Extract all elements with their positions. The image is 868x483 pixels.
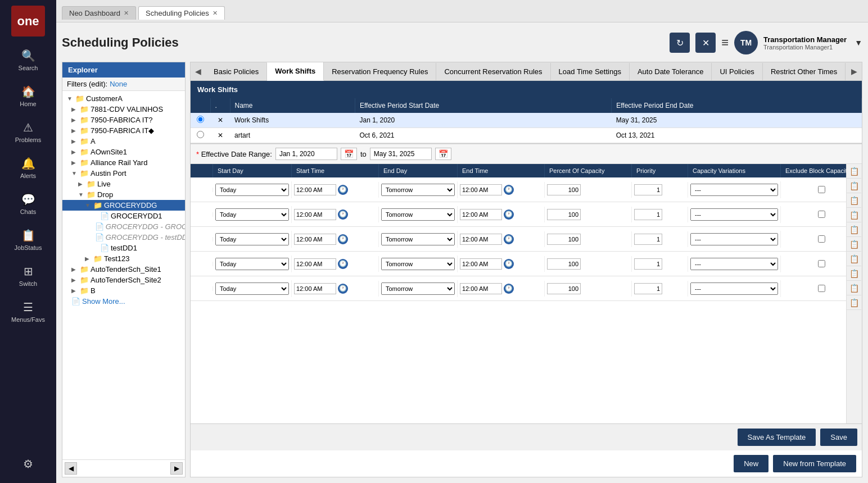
expand-icon[interactable]: ▶ <box>71 277 78 283</box>
end-time-cell[interactable]: 🕐 <box>458 207 545 222</box>
radio-cell[interactable] <box>191 128 210 143</box>
priority-input[interactable] <box>634 283 662 294</box>
pct-input[interactable] <box>547 258 581 270</box>
start-day-cell[interactable]: TodayTomorrow <box>213 231 292 248</box>
side-action-btn-7[interactable]: 📋 <box>847 252 861 266</box>
end-time-input[interactable] <box>460 184 502 195</box>
tab-ui-policies[interactable]: UI Policies <box>712 63 762 80</box>
expand-icon[interactable]: ▼ <box>78 192 85 198</box>
expand-icon[interactable]: ▶ <box>71 127 78 134</box>
expand-icon[interactable]: ▶ <box>71 266 78 272</box>
shifts-row-1[interactable]: ✕ Work Shifts Jan 1, 2020 May 31, 2025 <box>191 113 862 128</box>
start-time-cell[interactable]: 🕐 <box>292 182 379 198</box>
start-time-clock-btn[interactable]: 🕐 <box>338 284 348 294</box>
exclude-checkbox[interactable] <box>818 285 825 292</box>
priority-input[interactable] <box>634 258 662 270</box>
tab-close-scheduling[interactable]: ✕ <box>213 10 218 17</box>
side-action-btn-4[interactable]: 📋 <box>847 208 861 222</box>
side-action-btn-10[interactable]: 📋 <box>847 295 861 310</box>
pct-cell[interactable] <box>545 281 632 297</box>
tab-close-neo[interactable]: ✕ <box>124 10 129 17</box>
tree-item-customerA[interactable]: ▼ 📁 CustomerA <box>62 93 185 104</box>
priority-cell[interactable] <box>632 256 688 272</box>
end-time-clock-btn[interactable]: 🕐 <box>504 259 514 269</box>
end-day-select[interactable]: TodayTomorrow <box>381 233 455 245</box>
tree-item-test123[interactable]: ▶ 📁 Test123 <box>62 253 185 264</box>
save-button[interactable]: Save <box>820 429 857 446</box>
exclude-checkbox[interactable] <box>818 211 825 218</box>
start-time-input[interactable] <box>294 258 336 270</box>
tab-auto-date[interactable]: Auto Date Tolerance <box>630 63 712 80</box>
cap-var-cell[interactable]: --- <box>688 280 781 297</box>
expand-icon[interactable]: ▼ <box>85 202 92 208</box>
pct-input[interactable] <box>547 283 581 294</box>
end-time-clock-btn[interactable]: 🕐 <box>504 209 514 220</box>
end-time-clock-btn[interactable]: 🕐 <box>504 185 514 195</box>
cap-var-select[interactable]: --- <box>690 233 778 245</box>
pct-input[interactable] <box>547 234 581 245</box>
tab-scheduling-policies[interactable]: Scheduling Policies ✕ <box>138 6 225 20</box>
expand-icon[interactable]: ▼ <box>71 170 78 176</box>
exclude-cell[interactable] <box>781 233 846 245</box>
expand-icon[interactable]: ▶ <box>85 256 92 262</box>
start-day-cell[interactable]: TodayTomorrow <box>213 206 292 223</box>
priority-input[interactable] <box>634 184 662 195</box>
delete-cell[interactable]: ✕ <box>210 113 230 128</box>
tree-item-A[interactable]: ▶ 📁 A <box>62 136 185 147</box>
side-action-btn-3[interactable]: 📋 <box>847 193 861 208</box>
tree-item-groceryddg-grocer[interactable]: 📄 GROCERYDDG - GROCER <box>62 221 185 232</box>
new-from-template-button[interactable]: New from Template <box>773 455 856 472</box>
tree-item-B[interactable]: ▶ 📁 B <box>62 285 185 296</box>
tab-reservation-freq[interactable]: Reservation Frequency Rules <box>324 63 436 80</box>
end-day-select[interactable]: TodayTomorrow <box>381 282 455 295</box>
cap-var-select[interactable]: --- <box>690 208 778 221</box>
exclude-checkbox[interactable] <box>818 235 825 243</box>
nav-item-problems[interactable]: ⚠ Problems <box>0 114 56 150</box>
pct-cell[interactable] <box>545 182 632 198</box>
end-time-clock-btn[interactable]: 🕐 <box>504 234 514 244</box>
tab-concurrent[interactable]: Concurrent Reservation Rules <box>436 63 550 80</box>
pct-input[interactable] <box>547 184 581 195</box>
tree-item-groceryddg-testdd1[interactable]: 📄 GROCERYDDG - testDD1 <box>62 232 185 243</box>
start-day-cell[interactable]: TodayTomorrowSundayMonday TuesdayWednesd… <box>213 181 292 198</box>
close-button[interactable]: ✕ <box>695 33 716 53</box>
start-time-clock-btn[interactable]: 🕐 <box>338 259 348 269</box>
side-action-btn-8[interactable]: 📋 <box>847 266 861 281</box>
nav-item-chats[interactable]: 💬 Chats <box>0 186 56 222</box>
end-day-cell[interactable]: TodayTomorrow <box>379 280 458 297</box>
start-time-cell[interactable]: 🕐 <box>292 281 379 297</box>
tree-item-austinport[interactable]: ▼ 📁 Austin Port <box>62 168 185 179</box>
start-time-clock-btn[interactable]: 🕐 <box>338 209 348 220</box>
start-time-input[interactable] <box>294 234 336 245</box>
end-day-cell[interactable]: TodayTomorrow <box>379 256 458 272</box>
tab-nav-next[interactable]: ▶ <box>847 63 862 79</box>
start-time-cell[interactable]: 🕐 <box>292 207 379 222</box>
exclude-cell[interactable] <box>781 184 846 195</box>
row-radio[interactable] <box>197 116 204 123</box>
tree-item-live[interactable]: ▶ 📁 Live <box>62 179 185 189</box>
cap-var-select[interactable]: --- <box>690 184 778 196</box>
start-time-clock-btn[interactable]: 🕐 <box>338 185 348 195</box>
priority-input[interactable] <box>634 209 662 220</box>
tab-neo-dashboard[interactable]: Neo Dashboard ✕ <box>62 6 136 20</box>
tab-nav-prev[interactable]: ◀ <box>191 63 206 79</box>
tree-item-7950a[interactable]: ▶ 📁 7950-FABRICA IT? <box>62 115 185 125</box>
delete-cell[interactable]: ✕ <box>210 128 230 143</box>
start-date-input[interactable] <box>275 148 337 160</box>
end-day-select[interactable]: TodayTomorrowSundayMonday TuesdayWednesd… <box>381 184 455 196</box>
explorer-tree[interactable]: ▼ 📁 CustomerA ▶ 📁 7881-CDV VALINHOS ▶ 📁 … <box>62 91 185 459</box>
priority-cell[interactable] <box>632 182 688 198</box>
tree-item-drop[interactable]: ▼ 📁 Drop <box>62 189 185 200</box>
side-action-btn-2[interactable]: 📋 <box>847 179 861 193</box>
cap-var-cell[interactable]: --- <box>688 181 781 198</box>
cap-var-select[interactable]: --- <box>690 282 778 295</box>
end-time-cell[interactable]: 🕐 <box>458 256 545 272</box>
tree-item-groceryddg[interactable]: ▼ 📁 GROCERYDDG <box>62 200 185 211</box>
tree-item-autotender2[interactable]: ▶ 📁 AutoTenderSch_Site2 <box>62 275 185 285</box>
tree-item-7881[interactable]: ▶ 📁 7881-CDV VALINHOS <box>62 104 185 115</box>
end-time-input[interactable] <box>460 209 502 220</box>
cap-var-select[interactable]: --- <box>690 258 778 270</box>
cap-var-cell[interactable]: --- <box>688 256 781 272</box>
side-action-btn-6[interactable]: 📋 <box>847 237 861 252</box>
start-day-select[interactable]: TodayTomorrow <box>215 282 289 295</box>
